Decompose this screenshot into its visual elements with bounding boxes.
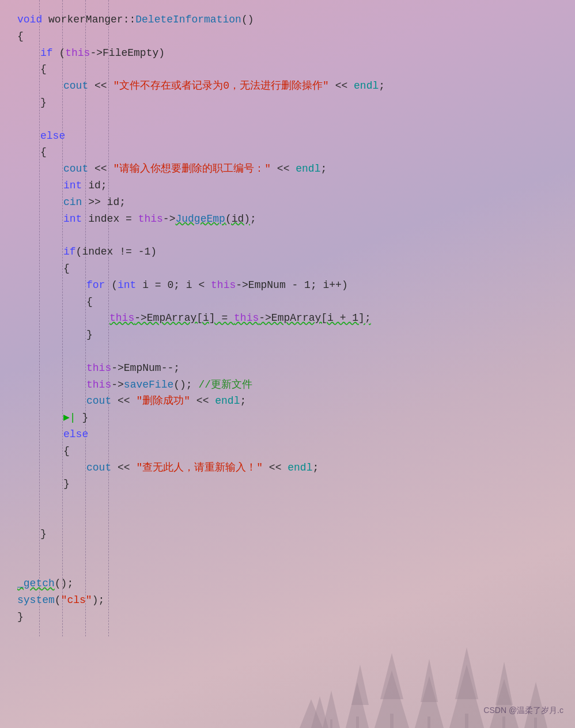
keyword-this: this [86,360,111,377]
code-line-12: cin >> id; [17,194,569,211]
code-text: } [63,476,70,492]
code-text: { [63,443,70,460]
string-cls: "cls" [61,592,92,609]
code-text: ( [55,592,61,609]
string-text: "查无此人，请重新输入！" [136,460,263,476]
code-text: () [241,12,254,28]
svg-marker-1 [351,665,369,705]
code-line-36: system("cls"); [17,592,569,609]
code-line-10: cout << "请输入你想要删除的职工编号：" << endl; [17,161,569,177]
code-line-9: { [17,144,569,161]
code-text: } [40,94,47,111]
code-text: } [76,410,89,426]
code-text: ); [92,592,105,609]
code-text: endl [215,393,240,410]
code-text: ->EmpArray[i] = [134,310,234,327]
code-line-24: cout << "删除成功" << endl; [17,393,569,410]
keyword-this: this [138,211,163,227]
keyword-this: this [86,377,111,393]
code-container: void workerManger::DeleteInformation() {… [0,0,575,636]
code-text: (); [55,575,73,592]
code-text: (); [173,377,198,393]
code-text: << [111,393,136,410]
code-line-30 [17,492,569,509]
code-line-19: this->EmpArray[i] = this->EmpArray[i + 1… [17,310,569,327]
code-text: cin [63,194,82,211]
keyword-this: this [234,310,259,327]
watermark: CSDN @温柔了岁月.c [483,704,563,716]
fn-saveFile: saveFile [124,377,173,393]
svg-rect-8 [428,716,430,728]
code-text: i = 0; i < [136,277,211,294]
comment: //更新文件 [198,377,252,393]
code-line-32: } [17,526,569,543]
code-text: ->EmpNum - 1; i++) [236,277,347,294]
play-icon: ▶| [63,410,76,426]
keyword-else: else [63,426,88,443]
code-text: ; [379,78,385,94]
svg-rect-2 [356,716,359,728]
svg-rect-16 [330,719,332,728]
keyword-this: this [65,45,90,62]
code-text: id; [82,177,107,194]
code-text: -> [111,377,124,393]
code-text: { [86,294,93,310]
fn-name: DeleteInformation [135,12,241,28]
code-line-25: ▶| } [17,410,569,426]
code-line-14 [17,227,569,244]
code-text: ->FileEmpty) [90,45,165,62]
code-line-15: if(index != -1) [17,244,569,260]
code-line-7 [17,111,569,128]
code-line-28: cout << "查无此人，请重新输入！" << endl; [17,460,569,476]
code-line-16: { [17,260,569,277]
keyword-this: this [109,310,134,327]
code-line-35: _getch(); [17,575,569,592]
code-text: } [86,327,93,343]
code-text: >> id; [82,194,126,211]
code-text: { [40,144,47,161]
keyword-else: else [40,128,65,145]
code-text: { [17,28,24,45]
code-line-34 [17,559,569,575]
code-text: ->EmpArray[i + 1]; [259,310,370,327]
code-text: endl [296,161,320,177]
code-text: -> [163,211,176,227]
string-text: "删除成功" [136,393,190,410]
code-line-18: { [17,294,569,310]
code-line-26: else [17,426,569,443]
code-line-21 [17,343,569,360]
code-text: << [263,460,288,476]
code-text: (id) [225,211,250,227]
keyword-if: if [63,244,76,260]
svg-marker-10 [455,647,478,699]
code-text: << [271,161,296,177]
code-text: (index != -1) [76,244,157,260]
code-text: << [329,78,354,94]
code-text: cout [63,78,88,94]
keyword-if: if [40,45,53,62]
code-line-13: int index = this->JudgeEmp(id); [17,211,569,227]
svg-marker-13 [495,662,513,705]
string-text: "文件不存在或者记录为0，无法进行删除操作" [113,78,328,94]
svg-marker-7 [421,659,438,702]
code-text: } [40,526,47,543]
code-text: cout [63,161,88,177]
code-text: ; [312,460,319,476]
keyword-void: void [17,12,42,28]
keyword-int: int [63,177,82,194]
code-line-2: { [17,28,569,45]
svg-rect-11 [465,714,468,728]
fn-system: system [17,592,55,609]
code-line-6: } [17,94,569,111]
code-line-37: } [17,609,569,625]
code-text: cout [86,393,111,410]
svg-rect-14 [502,716,505,728]
code-text: workerManger:: [42,12,135,28]
code-line-11: int id; [17,177,569,194]
keyword-for: for [86,277,105,294]
code-text: endl [288,460,312,476]
code-text: ->EmpNum--; [111,360,180,377]
code-line-31 [17,509,569,526]
code-text: } [17,609,24,625]
code-text: << [111,460,136,476]
